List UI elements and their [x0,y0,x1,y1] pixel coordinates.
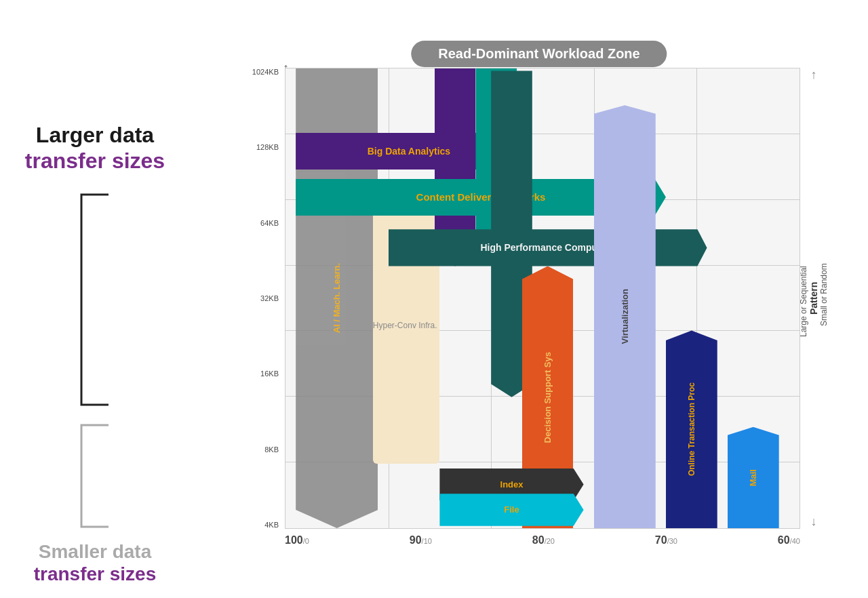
y-label-32kb: 32KB [260,294,281,302]
hyper-conv-label: Hyper-Conv Infra. [373,321,455,330]
larger-data-label: Larger data [20,122,170,148]
right-label-small: Small or Random [819,264,829,327]
mail-bar: Mail [728,427,779,528]
x-label-100: 100/0 [285,534,309,546]
oltp-bar: Online Transaction Proc [666,330,717,528]
x-label-70: 70/30 [655,534,677,546]
chart-wrapper: Read-Dominant Workload Zone ↑ 4KB 8KB 16… [251,41,827,570]
right-axis-arrow-top: ↑ [811,68,817,82]
small-bracket-svg [75,418,115,534]
y-label-128kb: 128KB [256,143,281,151]
virtualization-label: Virtualization [620,289,630,344]
right-label-large: Large or Sequential [799,266,808,338]
file-label-bar: File [439,494,583,525]
x-axis: 100/0 90/10 80/20 70/30 60/40 [285,529,800,570]
y-label-1024kb: 1024KB [252,68,281,76]
chart-grid: AI / Mach. Learn. Hyper-Conv Infra. Big … [285,68,800,529]
hpc-label: High Performance Computing [389,229,707,266]
y-label-4kb: 4KB [264,521,281,529]
y-label-64kb: 64KB [260,219,281,227]
ai-ml-label: AI / Mach. Learn. [332,263,342,333]
right-axis: ↑ Large or Sequential Pattern Small or R… [800,68,827,529]
y-label-16kb: 16KB [260,370,281,378]
mail-label: Mail [748,469,758,486]
oltp-label: Online Transaction Proc [687,382,696,476]
large-bracket-svg [75,188,115,412]
x-label-90: 90/10 [410,534,432,546]
page-container: Larger data transfer sizes Smaller data … [0,0,868,598]
zone-label: Read-Dominant Workload Zone [411,41,667,67]
decision-label: Decision Support Sys [542,352,553,443]
left-labels: Larger data transfer sizes Smaller data … [20,122,170,586]
y-axis: 4KB 8KB 16KB 32KB 64KB 128KB 1024KB [251,68,285,529]
right-axis-labels: Large or Sequential Pattern Small or Ran… [799,87,829,509]
right-label-pattern: Pattern [808,282,819,315]
transfer-sizes-2: transfer sizes [20,563,170,586]
y-label-8kb: 8KB [264,445,281,454]
x-label-80: 80/20 [532,534,555,546]
smaller-data-label: Smaller data [20,540,170,563]
virtualization-bar: Virtualization [594,105,656,528]
right-axis-arrow-bottom: ↓ [811,515,817,529]
x-label-60: 60/40 [778,534,800,546]
transfer-sizes-1: transfer sizes [20,148,170,174]
